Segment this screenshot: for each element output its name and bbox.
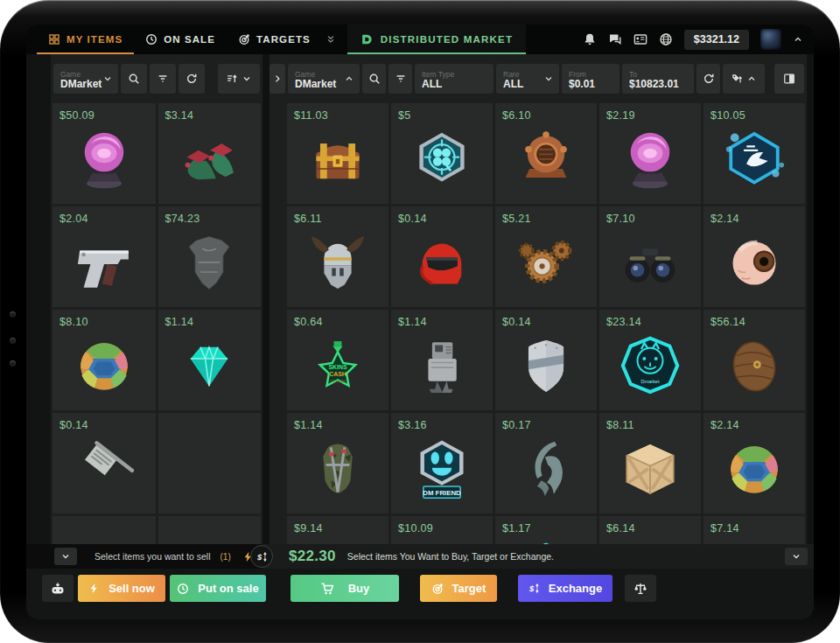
item-card[interactable]: $1.17Dmarket <box>495 516 597 544</box>
rare-select[interactable]: Rare ALL <box>496 64 559 94</box>
collapse-buy-bar-button[interactable] <box>785 548 808 565</box>
item-card[interactable]: $6.14 <box>599 516 701 544</box>
item-card[interactable]: $0.14 <box>391 206 493 307</box>
item-card[interactable]: $11.03 <box>287 103 388 204</box>
tab-on-sale[interactable]: ON SALE <box>134 24 227 54</box>
refresh-button[interactable] <box>696 64 720 94</box>
buy-button[interactable]: Buy <box>290 575 399 602</box>
grid-icon <box>48 33 60 45</box>
sort-button[interactable] <box>218 64 260 94</box>
elf-shoes-icon <box>175 124 243 196</box>
chevron-down-icon <box>543 73 554 84</box>
item-price: $2.04 <box>60 213 88 225</box>
item-card[interactable]: $74.23 <box>158 206 262 307</box>
chevron-down-icon <box>791 551 802 562</box>
filter-button[interactable] <box>388 64 412 94</box>
layout-toggle-button[interactable] <box>774 64 804 94</box>
moto-helmet-icon <box>408 227 476 299</box>
item-card[interactable]: $2.14 <box>704 413 805 514</box>
clock-icon <box>145 33 158 45</box>
tab-targets[interactable]: TARGETS <box>227 24 322 54</box>
chevron-down-icon <box>60 551 71 562</box>
item-price: $3.16 <box>398 419 427 431</box>
main-content: Game DMarket $50.09$3.14$2.04$74.23$8.10… <box>26 54 814 544</box>
chat-icon[interactable] <box>608 32 622 46</box>
refresh-button[interactable] <box>178 64 205 94</box>
price-from-field[interactable]: From $0.01 <box>562 64 620 94</box>
game-select[interactable]: Game DMarket <box>288 64 360 94</box>
item-card[interactable]: $2.04 <box>52 206 156 307</box>
item-card[interactable]: $7.10 <box>599 206 701 307</box>
empty-card <box>158 516 262 544</box>
item-type-select[interactable]: Item Type ALL <box>415 64 494 94</box>
item-card[interactable]: $56.14 <box>704 310 805 410</box>
language-globe-icon[interactable] <box>659 32 673 46</box>
search-button[interactable] <box>121 64 147 94</box>
item-card[interactable]: $3.14 <box>158 103 262 204</box>
item-card[interactable]: $5 <box>391 103 493 204</box>
selection-row: Select items you want to sell (1) $245.8… <box>26 544 814 569</box>
account-chevron-up-icon[interactable] <box>793 34 803 45</box>
item-card[interactable]: $9.14 <box>287 516 388 544</box>
item-card[interactable]: $1.14 <box>158 310 262 410</box>
item-card[interactable]: $2.19 <box>599 103 701 204</box>
nav-right: $3321.12 <box>583 24 814 54</box>
item-card[interactable]: $0.14 <box>52 413 156 514</box>
crystal-ball-icon <box>616 124 684 196</box>
target-button[interactable]: Target <box>420 575 497 602</box>
eyeball-icon <box>720 227 788 299</box>
tabs-overflow-button[interactable] <box>322 24 340 54</box>
item-card[interactable]: $6.11 <box>287 206 388 307</box>
item-card[interactable]: $2.14 <box>704 206 805 307</box>
item-card[interactable]: $7.14 <box>704 516 805 544</box>
notifications-bell-icon[interactable] <box>583 32 597 46</box>
item-card[interactable]: $5.21 <box>495 206 597 307</box>
item-card[interactable]: $3.16DM FRIEND <box>391 413 493 514</box>
item-card[interactable]: $0.64SKINSCASHVETERAN <box>287 310 388 410</box>
item-card[interactable]: $8.10 <box>52 310 156 410</box>
droid-icon <box>616 537 684 544</box>
compare-scales-button[interactable] <box>625 575 656 602</box>
item-card[interactable]: $6.10 <box>495 103 597 204</box>
chevron-up-icon <box>344 73 354 84</box>
tab-distributed-market[interactable]: DISTRIBUTED MARKET <box>347 24 526 54</box>
game-select[interactable]: Game DMarket <box>53 64 118 94</box>
price-sort-button[interactable] <box>723 64 765 94</box>
put-on-sale-button[interactable]: Put on sale <box>170 575 266 602</box>
item-price: $2.19 <box>606 109 635 122</box>
columns-layout-icon <box>783 73 795 85</box>
item-card[interactable]: $1.14 <box>287 413 388 514</box>
price-to-field[interactable]: To $10823.01 <box>622 64 694 94</box>
wallet-balance[interactable]: $3321.12 <box>684 30 749 50</box>
sell-now-button[interactable]: Sell now <box>78 575 165 602</box>
collapse-panel-button[interactable] <box>270 64 285 94</box>
avatar[interactable] <box>760 29 781 50</box>
chevron-right-icon <box>272 73 283 84</box>
item-price: $10.05 <box>710 109 746 122</box>
double-chevron-down-icon <box>326 34 336 45</box>
search-icon <box>368 73 381 85</box>
collapse-sell-bar-button[interactable] <box>54 548 77 565</box>
tab-my-items[interactable]: MY ITEMS <box>37 24 134 54</box>
buy-total: $22.30 <box>289 548 336 565</box>
field-value: $10823.01 <box>629 79 689 90</box>
item-card[interactable]: $1.14 <box>391 310 493 410</box>
item-card[interactable]: $23.14Dmarket <box>599 310 701 410</box>
giftcard-icon[interactable] <box>634 32 648 46</box>
item-card[interactable]: $50.09 <box>52 103 156 204</box>
exchange-button[interactable]: $ Exchange <box>518 575 612 602</box>
spartan-helmet-icon <box>512 434 580 506</box>
market-grid: $11.03$5$6.10$2.19$10.05$6.11$0.14$5.21$… <box>285 103 807 544</box>
item-card[interactable]: $0.17 <box>495 413 597 514</box>
item-card[interactable]: $10.09 <box>391 516 493 544</box>
right-gutter <box>807 54 814 544</box>
top-nav: MY ITEMS ON SALE TARGETS <box>26 24 814 54</box>
item-card[interactable]: $0.14 <box>495 310 597 410</box>
steam-trade-button[interactable] <box>42 575 74 602</box>
search-button[interactable] <box>362 64 386 94</box>
item-price: $2.14 <box>710 213 739 225</box>
item-card[interactable]: $8.11 <box>599 413 701 514</box>
filter-button[interactable] <box>150 64 176 94</box>
funnel-icon <box>157 73 169 85</box>
item-card[interactable]: $10.05 <box>704 103 805 204</box>
